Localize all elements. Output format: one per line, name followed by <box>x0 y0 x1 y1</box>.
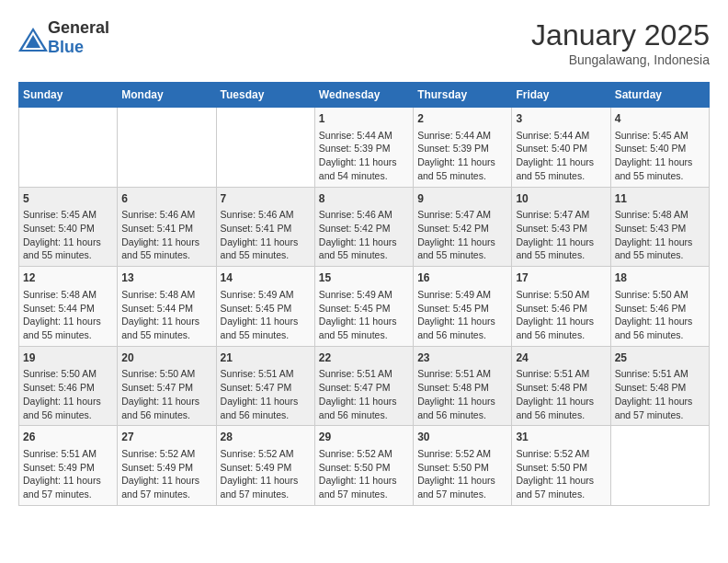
day-info: Sunrise: 5:47 AM <box>516 208 606 222</box>
day-info: Sunset: 5:46 PM <box>23 381 113 395</box>
day-info: Daylight: 11 hours and 55 minutes. <box>23 315 113 341</box>
day-number: 9 <box>417 191 507 207</box>
day-info: Daylight: 11 hours and 57 minutes. <box>221 474 311 500</box>
day-number: 10 <box>516 191 606 207</box>
day-info: Daylight: 11 hours and 56 minutes. <box>121 395 211 421</box>
day-info: Daylight: 11 hours and 56 minutes. <box>516 395 606 421</box>
day-info: Daylight: 11 hours and 56 minutes. <box>417 315 507 341</box>
day-info: Sunrise: 5:46 AM <box>319 208 409 222</box>
day-info: Sunrise: 5:50 AM <box>615 288 705 302</box>
calendar-week-row: 26Sunrise: 5:51 AMSunset: 5:49 PMDayligh… <box>19 426 710 506</box>
day-info: Sunset: 5:46 PM <box>615 302 705 316</box>
calendar-day-20: 20Sunrise: 5:50 AMSunset: 5:47 PMDayligh… <box>118 346 216 426</box>
day-info: Sunset: 5:44 PM <box>23 302 113 316</box>
day-info: Daylight: 11 hours and 57 minutes. <box>516 474 606 500</box>
empty-cell <box>610 426 709 506</box>
logo: General Blue <box>18 18 109 57</box>
day-info: Daylight: 11 hours and 55 minutes. <box>221 315 311 341</box>
day-number: 11 <box>615 191 705 207</box>
day-info: Sunset: 5:48 PM <box>615 381 705 395</box>
day-number: 14 <box>221 270 311 286</box>
weekday-header-thursday: Thursday <box>414 83 512 108</box>
calendar-day-31: 31Sunrise: 5:52 AMSunset: 5:50 PMDayligh… <box>512 426 610 506</box>
day-info: Daylight: 11 hours and 55 minutes. <box>615 236 705 262</box>
day-info: Daylight: 11 hours and 57 minutes. <box>23 474 113 500</box>
location-title: Bungalawang, Indonesia <box>531 52 710 67</box>
empty-cell <box>19 108 118 188</box>
day-info: Sunset: 5:46 PM <box>516 302 606 316</box>
calendar-day-6: 6Sunrise: 5:46 AMSunset: 5:41 PMDaylight… <box>118 187 216 267</box>
day-info: Sunset: 5:47 PM <box>221 381 311 395</box>
day-info: Daylight: 11 hours and 56 minutes. <box>23 395 113 421</box>
day-number: 30 <box>417 430 507 445</box>
calendar-table: SundayMondayTuesdayWednesdayThursdayFrid… <box>18 82 710 506</box>
day-number: 26 <box>23 430 113 445</box>
day-info: Sunset: 5:50 PM <box>319 461 409 475</box>
day-info: Sunset: 5:50 PM <box>516 461 606 475</box>
day-info: Daylight: 11 hours and 56 minutes. <box>615 315 705 341</box>
day-info: Sunset: 5:49 PM <box>23 461 113 475</box>
day-number: 27 <box>121 430 211 445</box>
day-info: Daylight: 11 hours and 57 minutes. <box>319 474 409 500</box>
day-info: Sunset: 5:49 PM <box>121 461 211 475</box>
day-number: 25 <box>615 350 705 366</box>
calendar-day-9: 9Sunrise: 5:47 AMSunset: 5:42 PMDaylight… <box>414 187 512 267</box>
day-info: Daylight: 11 hours and 55 minutes. <box>221 236 311 262</box>
calendar-day-14: 14Sunrise: 5:49 AMSunset: 5:45 PMDayligh… <box>216 267 314 347</box>
calendar-day-18: 18Sunrise: 5:50 AMSunset: 5:46 PMDayligh… <box>610 267 709 347</box>
day-info: Sunrise: 5:47 AM <box>417 208 507 222</box>
day-number: 3 <box>516 111 606 127</box>
day-info: Sunset: 5:44 PM <box>121 302 211 316</box>
day-number: 22 <box>319 350 409 366</box>
calendar-day-19: 19Sunrise: 5:50 AMSunset: 5:46 PMDayligh… <box>19 346 118 426</box>
calendar-day-2: 2Sunrise: 5:44 AMSunset: 5:39 PMDaylight… <box>414 108 512 188</box>
day-number: 19 <box>23 350 113 366</box>
day-number: 23 <box>417 350 507 366</box>
logo-general: General <box>48 18 109 37</box>
calendar-day-1: 1Sunrise: 5:44 AMSunset: 5:39 PMDaylight… <box>314 108 413 188</box>
calendar-day-3: 3Sunrise: 5:44 AMSunset: 5:40 PMDaylight… <box>512 108 610 188</box>
empty-cell <box>118 108 216 188</box>
day-number: 31 <box>516 430 606 445</box>
day-info: Sunrise: 5:46 AM <box>221 208 311 222</box>
logo-text: General Blue <box>48 18 109 57</box>
day-info: Sunset: 5:48 PM <box>417 381 507 395</box>
day-number: 7 <box>221 191 311 207</box>
day-info: Daylight: 11 hours and 56 minutes. <box>516 315 606 341</box>
day-info: Sunrise: 5:48 AM <box>615 208 705 222</box>
day-info: Sunset: 5:40 PM <box>23 222 113 236</box>
day-info: Sunrise: 5:50 AM <box>121 367 211 381</box>
calendar-day-11: 11Sunrise: 5:48 AMSunset: 5:43 PMDayligh… <box>610 187 709 267</box>
day-info: Sunrise: 5:52 AM <box>516 447 606 461</box>
day-info: Sunrise: 5:51 AM <box>319 367 409 381</box>
day-info: Daylight: 11 hours and 54 minutes. <box>319 155 409 182</box>
calendar-day-29: 29Sunrise: 5:52 AMSunset: 5:50 PMDayligh… <box>314 426 413 506</box>
calendar-day-25: 25Sunrise: 5:51 AMSunset: 5:48 PMDayligh… <box>610 346 709 426</box>
day-info: Sunset: 5:41 PM <box>221 222 311 236</box>
calendar-day-28: 28Sunrise: 5:52 AMSunset: 5:49 PMDayligh… <box>216 426 314 506</box>
day-info: Sunrise: 5:46 AM <box>121 208 211 222</box>
day-info: Sunrise: 5:44 AM <box>319 129 409 143</box>
day-info: Sunset: 5:49 PM <box>221 461 311 475</box>
day-number: 2 <box>417 111 507 127</box>
calendar-day-15: 15Sunrise: 5:49 AMSunset: 5:45 PMDayligh… <box>314 267 413 347</box>
day-number: 20 <box>121 350 211 366</box>
day-info: Sunset: 5:39 PM <box>417 142 507 155</box>
day-info: Sunset: 5:45 PM <box>417 302 507 316</box>
day-info: Sunset: 5:43 PM <box>516 222 606 236</box>
day-number: 8 <box>319 191 409 207</box>
calendar-day-13: 13Sunrise: 5:48 AMSunset: 5:44 PMDayligh… <box>118 267 216 347</box>
calendar-week-row: 1Sunrise: 5:44 AMSunset: 5:39 PMDaylight… <box>19 108 710 188</box>
calendar-day-5: 5Sunrise: 5:45 AMSunset: 5:40 PMDaylight… <box>19 187 118 267</box>
day-number: 6 <box>121 191 211 207</box>
day-info: Sunrise: 5:49 AM <box>221 288 311 302</box>
day-info: Daylight: 11 hours and 55 minutes. <box>615 155 705 182</box>
day-info: Sunset: 5:40 PM <box>516 142 606 155</box>
day-info: Sunset: 5:43 PM <box>615 222 705 236</box>
day-info: Daylight: 11 hours and 57 minutes. <box>615 395 705 421</box>
day-info: Daylight: 11 hours and 55 minutes. <box>121 236 211 262</box>
day-info: Daylight: 11 hours and 55 minutes. <box>417 155 507 182</box>
calendar-day-7: 7Sunrise: 5:46 AMSunset: 5:41 PMDaylight… <box>216 187 314 267</box>
title-block: January 2025 Bungalawang, Indonesia <box>531 18 710 67</box>
day-info: Sunset: 5:41 PM <box>121 222 211 236</box>
